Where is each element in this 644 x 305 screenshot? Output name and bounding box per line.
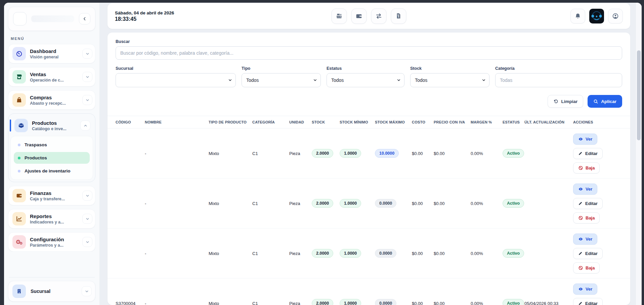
sidebar-item-compras[interactable]: Compras Abasto y recepc... <box>8 90 95 110</box>
chevron-down-icon <box>482 78 486 82</box>
deactivate-button[interactable]: Baja <box>573 212 600 223</box>
column-header: TIPO DE PRODUCTO <box>209 116 252 128</box>
stock-select[interactable]: Todos <box>410 73 489 87</box>
table-header-row: CÓDIGO NOMBRE TIPO DE PRODUCTO CATEGORÍA… <box>108 116 630 129</box>
deactivate-button[interactable]: Baja <box>573 162 600 173</box>
invoice-button[interactable]: $ <box>391 8 406 24</box>
sidebar-item-reportes[interactable]: Reportes Indicadores y a... <box>8 209 95 228</box>
menu-section-label: MENÚ <box>11 37 93 41</box>
transfers-button[interactable] <box>371 8 387 24</box>
sidebar-item-subtitle: Indicadores y a... <box>30 220 78 224</box>
search-input[interactable] <box>116 46 622 60</box>
bullet-dot-icon <box>18 170 20 172</box>
filter-buttons: Limpiar Aplicar <box>116 95 622 108</box>
sidebar: MENÚ Dashboard Visión general <box>4 3 99 305</box>
edit-button[interactable]: Editar <box>573 298 603 305</box>
edit-button[interactable]: Editar <box>573 248 603 259</box>
sidebar-item-title: Ventas <box>30 71 78 77</box>
active-accent-bar <box>10 119 11 132</box>
sidebar-collapse-button[interactable] <box>79 13 90 24</box>
sidebar-item-dashboard[interactable]: Dashboard Visión general <box>8 44 95 63</box>
productos-submenu: Traspasos Productos Ajustes de inventari… <box>10 136 93 180</box>
gears-icon: ⚙⚙ <box>12 235 26 249</box>
cell-tipo: Mixto <box>209 151 252 156</box>
page-scrollbar[interactable] <box>636 3 642 305</box>
edit-button[interactable]: Editar <box>573 198 603 209</box>
chevron-up-icon <box>83 123 88 128</box>
sidebar-item-title: Dashboard <box>30 48 78 54</box>
expand-ventas-button[interactable] <box>82 72 92 82</box>
notifications-button[interactable] <box>570 9 585 23</box>
eye-icon <box>578 137 583 142</box>
wallet-icon <box>355 12 363 20</box>
cell-nombre: - <box>145 201 209 206</box>
pencil-icon <box>578 151 583 156</box>
stock-select-value: Todos <box>415 78 427 83</box>
scrollbar-thumb[interactable] <box>637 50 641 140</box>
cell-margen: 0.00% <box>471 301 503 305</box>
expand-configuracion-button[interactable] <box>82 237 92 247</box>
expand-compras-button[interactable] <box>82 95 92 105</box>
chevron-down-icon <box>85 75 90 79</box>
tipo-select[interactable]: Todos <box>242 73 321 87</box>
ban-icon <box>578 215 583 220</box>
column-header: MARGEN % <box>471 116 503 128</box>
edit-button[interactable]: Editar <box>573 148 603 159</box>
cell-unidad: Pieza <box>289 301 312 305</box>
cell-tipo: Mixto <box>209 301 252 305</box>
view-button[interactable]: Ver <box>573 134 597 145</box>
stock-max-badge: 10.0000 <box>375 149 399 158</box>
wallet-button[interactable] <box>351 8 367 24</box>
estatus-select[interactable]: Todos <box>327 73 404 87</box>
stock-badge: 2.0000 <box>312 299 333 305</box>
filters-section: Buscar Sucursal Tipo Todos <box>108 39 630 108</box>
cell-precio-con-iva: $0.00 <box>434 151 471 156</box>
status-badge: Activo <box>503 199 524 208</box>
search-icon <box>593 99 598 104</box>
cash-register-button[interactable] <box>332 8 347 24</box>
sucursal-selector[interactable]: Sucursal <box>8 281 95 302</box>
view-button[interactable]: Ver <box>573 184 597 195</box>
sidebar-item-configuracion[interactable]: ⚙⚙ Configuración Parámetros y a... <box>8 232 95 252</box>
submenu-item-traspasos[interactable]: Traspasos <box>14 139 90 151</box>
cell-unidad: Pieza <box>289 151 312 156</box>
sidebar-item-productos[interactable]: Productos Catálogo e inve... <box>10 116 93 135</box>
pencil-icon <box>578 301 583 305</box>
avatar[interactable] <box>589 9 604 23</box>
sidebar-item-ventas[interactable]: Ventas Operación de c... <box>8 67 95 87</box>
collapse-productos-button[interactable] <box>80 120 90 131</box>
account-button[interactable] <box>608 9 623 23</box>
cell-categoria: C1 <box>252 201 289 206</box>
expand-dashboard-button[interactable] <box>82 49 92 59</box>
column-header: CÓDIGO <box>116 116 145 128</box>
stock-filter-label: Stock <box>410 66 489 71</box>
chevron-down-icon <box>85 240 90 244</box>
sidebar-item-title: Productos <box>32 120 76 126</box>
cell-precio-con-iva: $0.00 <box>434 251 471 256</box>
pencil-icon <box>578 251 583 256</box>
view-button[interactable]: Ver <box>573 234 597 245</box>
submenu-item-productos[interactable]: Productos <box>14 152 90 164</box>
chevron-down-icon <box>85 289 89 294</box>
tipo-filter-label: Tipo <box>242 66 321 71</box>
bullet-dot-icon <box>18 157 20 159</box>
sidebar-item-finanzas[interactable]: Finanzas Caja y transfere... <box>8 186 95 205</box>
stock-badge: 2.0000 <box>312 199 333 208</box>
apply-filters-button[interactable]: Aplicar <box>588 95 622 108</box>
sidebar-item-title: Reportes <box>30 213 78 219</box>
deactivate-button[interactable]: Baja <box>573 262 600 273</box>
categoria-input[interactable] <box>495 73 622 87</box>
stock-max-badge: 0.0000 <box>375 199 396 208</box>
submenu-item-ajustes-de-inventario[interactable]: Ajustes de inventario <box>14 165 90 177</box>
quick-actions: $ <box>332 8 406 24</box>
sucursal-expand-button[interactable] <box>82 286 92 296</box>
expand-finanzas-button[interactable] <box>82 191 92 201</box>
sidebar-divider <box>9 277 95 277</box>
expand-reportes-button[interactable] <box>82 214 92 224</box>
clear-filters-button[interactable]: Limpiar <box>548 95 583 108</box>
sucursal-select[interactable] <box>116 73 236 87</box>
status-badge: Activo <box>503 249 524 258</box>
submenu-item-label: Productos <box>25 155 47 160</box>
view-button[interactable]: Ver <box>573 284 597 295</box>
sidebar-item-subtitle: Caja y transfere... <box>30 197 78 201</box>
